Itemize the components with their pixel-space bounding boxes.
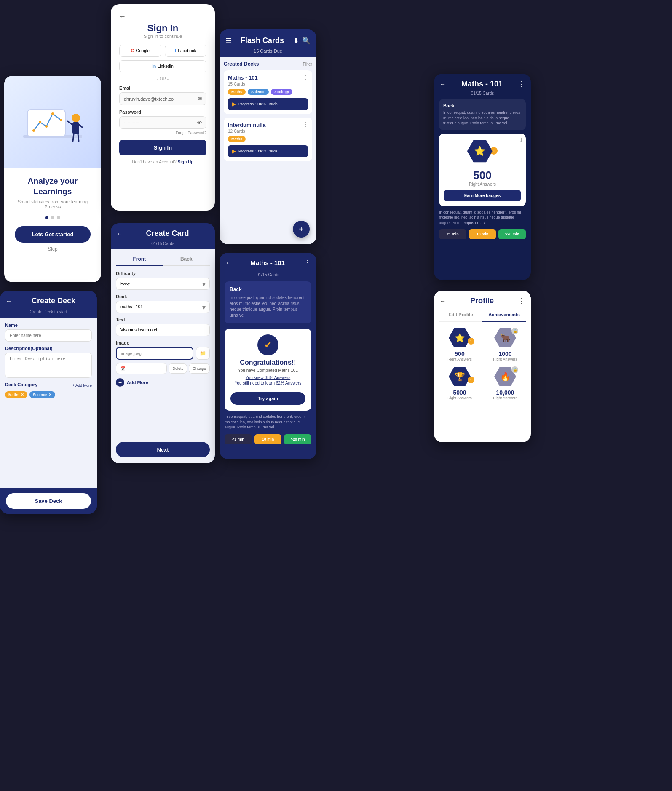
create-deck-title: Create Deck: [16, 297, 91, 305]
deck-more-icon-2[interactable]: ⋮: [303, 121, 309, 128]
google-icon: G: [131, 48, 134, 53]
remove-science-tag[interactable]: ✕: [48, 393, 52, 397]
progress-text-2: Progress : 03/12 Cards: [238, 149, 304, 153]
timing-btn-2[interactable]: 10 min: [254, 434, 282, 444]
download-icon[interactable]: ⬇: [293, 37, 299, 45]
deck-card-1: ⋮ Maths - 101 15 Cards Maths Science Zoo…: [224, 70, 312, 114]
forgot-password-link[interactable]: Forgot Password?: [119, 131, 206, 135]
play-icon-2: ▶: [232, 148, 236, 154]
badge-timing-row: <1 min 10 min >20 min: [439, 229, 526, 239]
signin-button[interactable]: Sign In: [119, 140, 206, 155]
add-category-link[interactable]: + Add More: [72, 383, 92, 387]
signup-link[interactable]: Sign Up: [178, 160, 194, 164]
ach-icon-3: 🏆: [455, 371, 465, 382]
create-card-subtitle: 01/15 Cards: [111, 241, 215, 249]
illustration-svg: [15, 84, 91, 160]
badge-title: Maths - 101: [446, 80, 518, 88]
name-input[interactable]: [5, 329, 92, 342]
next-button[interactable]: Next: [116, 442, 210, 457]
card-text-input[interactable]: [116, 324, 210, 336]
progress-bar-2[interactable]: ▶ Progress : 03/12 Cards: [228, 145, 308, 157]
google-signin-button[interactable]: G Google: [119, 45, 161, 57]
badge-timing-btn-2[interactable]: 10 min: [469, 229, 496, 239]
tab-back[interactable]: Back: [163, 254, 210, 265]
category-label: Deck Category: [5, 382, 37, 387]
search-icon[interactable]: 🔍: [302, 37, 311, 45]
signin-subtitle: Sign In to continue: [119, 34, 206, 39]
linkedin-signin-button[interactable]: in LinkedIn: [119, 60, 206, 72]
create-card-title: Create Card: [126, 229, 209, 238]
description-textarea[interactable]: [5, 353, 92, 378]
timing-btn-3[interactable]: >20 min: [284, 434, 311, 444]
ach-coin-3: 1: [468, 377, 474, 383]
eye-icon[interactable]: 👁: [197, 120, 202, 125]
more-icon-badge[interactable]: ⋮: [518, 80, 525, 88]
skip-button[interactable]: Skip: [48, 246, 57, 252]
signin-title: Sign In: [119, 23, 206, 34]
hamburger-icon[interactable]: ☰: [225, 37, 231, 45]
create-deck-subtitle: Create Deck to start: [0, 310, 97, 318]
ach-icon-1: ⭐: [455, 333, 465, 343]
back-arrow-profile[interactable]: ←: [440, 298, 446, 305]
svg-rect-8: [72, 122, 79, 134]
info-icon[interactable]: ℹ: [520, 137, 522, 143]
back-arrow-badge[interactable]: ←: [440, 81, 446, 88]
create-card-footer: Next: [111, 442, 215, 463]
password-input-display[interactable]: ············ 👁: [119, 116, 206, 129]
flashcards-card: ☰ Flash Cards ⬇ 🔍 15 Cards Due Created D…: [220, 29, 316, 244]
change-file-button[interactable]: Change: [189, 363, 210, 374]
more-icon-study[interactable]: ⋮: [304, 259, 311, 267]
get-started-button[interactable]: Lets Get started: [15, 226, 91, 243]
badge-reward-card: ℹ ⭐ 1 500 Right Answers Earn More badges: [439, 134, 526, 206]
timing-row: <1 min 10 min >20 min: [225, 434, 311, 444]
facebook-signin-button[interactable]: f Facebook: [165, 45, 207, 57]
tab-achievements[interactable]: Achievements: [482, 309, 526, 322]
social-buttons-row: G Google f Facebook: [119, 45, 206, 57]
delete-file-button[interactable]: Delete: [169, 363, 187, 374]
email-input-display[interactable]: dhruvin.dave@txtech.co ✉: [119, 92, 206, 105]
deck-more-icon-1[interactable]: ⋮: [303, 74, 309, 80]
svg-line-10: [79, 125, 82, 127]
onboarding-illustration: [4, 76, 101, 168]
fab-add-button[interactable]: +: [293, 221, 310, 238]
back-arrow-study[interactable]: ←: [225, 259, 231, 266]
progress-bar-1[interactable]: ▶ Progress : 10/15 Cards: [228, 98, 308, 110]
tag-science-1: Science: [248, 89, 269, 95]
deck-count-2: 12 Cards: [228, 129, 308, 134]
filter-button[interactable]: Filter: [303, 62, 312, 67]
back-arrow-createcard[interactable]: ←: [117, 230, 123, 237]
ach-number-3: 5000: [453, 389, 466, 396]
svg-point-5: [51, 112, 54, 115]
add-more-row[interactable]: + Add More: [116, 378, 210, 387]
onboarding-title: Analyze your Learnings: [11, 176, 94, 197]
try-again-button[interactable]: Try again: [230, 392, 305, 405]
file-actions-row: 📅 Delete Change: [116, 363, 210, 374]
back-arrow-createdeck[interactable]: ←: [6, 298, 12, 305]
timing-btn-1[interactable]: <1 min: [225, 434, 252, 444]
back-arrow-icon[interactable]: ←: [119, 13, 206, 20]
image-path-input[interactable]: [116, 347, 193, 360]
badge-timing-btn-3[interactable]: >20 min: [498, 229, 526, 239]
dot-1[interactable]: [45, 216, 48, 219]
password-label: Password: [119, 110, 206, 115]
play-icon-1: ▶: [232, 101, 236, 107]
dot-2[interactable]: [51, 216, 54, 219]
ach-icon-2: 🐂: [500, 333, 511, 343]
tab-front[interactable]: Front: [116, 254, 163, 266]
svg-point-3: [39, 121, 41, 123]
tab-edit-profile[interactable]: Edit Profile: [439, 309, 482, 321]
earn-more-button[interactable]: Earn More badges: [444, 190, 521, 201]
deck-select[interactable]: maths - 101: [116, 301, 210, 313]
study-header: ← Maths - 101 ⋮: [220, 253, 316, 273]
difficulty-label: Difficulty: [116, 271, 210, 276]
progress-text-1: Progress : 10/15 Cards: [238, 102, 304, 106]
more-icon-profile[interactable]: ⋮: [518, 297, 525, 305]
save-deck-button[interactable]: Save Deck: [6, 493, 91, 509]
badge-back-text: In consequat, quam id sodales hendrerit,…: [443, 110, 522, 126]
svg-point-2: [32, 129, 35, 132]
difficulty-select[interactable]: Easy Medium Hard: [116, 278, 210, 290]
dot-3[interactable]: [57, 216, 60, 219]
remove-maths-tag[interactable]: ✕: [21, 393, 24, 397]
badge-timing-btn-1[interactable]: <1 min: [439, 229, 466, 239]
upload-image-button[interactable]: 📁: [196, 347, 210, 360]
